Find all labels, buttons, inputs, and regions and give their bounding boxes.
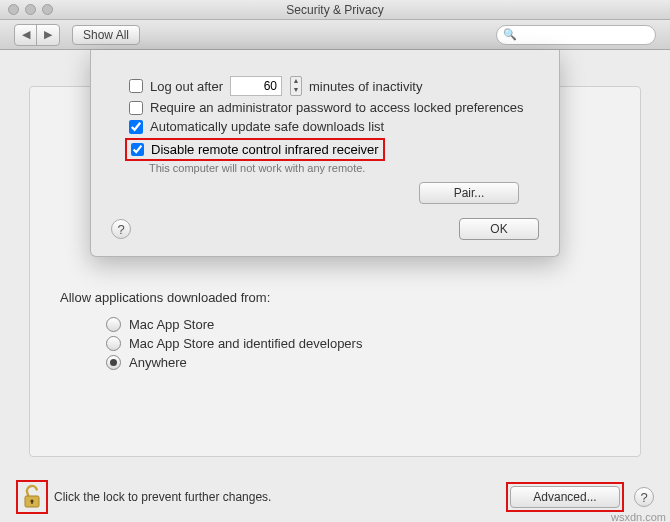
logout-label-prefix: Log out after (150, 79, 223, 94)
logout-checkbox[interactable] (129, 79, 143, 93)
close-window-button[interactable] (8, 4, 19, 15)
bottom-row: Click the lock to prevent further change… (0, 472, 670, 522)
help-button[interactable]: ? (634, 487, 654, 507)
nav-buttons: ◀ ▶ (14, 24, 60, 46)
titlebar: Security & Privacy (0, 0, 670, 20)
zoom-window-button[interactable] (42, 4, 53, 15)
allow-option-mas[interactable]: Mac App Store (106, 317, 362, 332)
require-admin-label: Require an administrator password to acc… (150, 100, 524, 115)
logout-label-suffix: minutes of inactivity (309, 79, 422, 94)
require-admin-row: Require an administrator password to acc… (129, 100, 539, 115)
back-button[interactable]: ◀ (15, 25, 37, 45)
search-icon: 🔍 (503, 28, 517, 41)
window-title: Security & Privacy (286, 3, 383, 17)
logout-row: Log out after ▲▼ minutes of inactivity (129, 76, 539, 96)
disable-ir-highlight: Disable remote control infrared receiver (125, 138, 385, 161)
radio-icon (106, 336, 121, 351)
ok-button[interactable]: OK (459, 218, 539, 240)
allow-apps-section: Allow applications downloaded from: Mac … (60, 290, 362, 374)
lock-text: Click the lock to prevent further change… (54, 490, 271, 504)
allow-option-label: Mac App Store and identified developers (129, 336, 362, 351)
auto-update-checkbox[interactable] (129, 120, 143, 134)
unlocked-lock-icon[interactable] (20, 484, 44, 510)
advanced-button[interactable]: Advanced... (510, 486, 620, 508)
lock-highlight (16, 480, 48, 514)
radio-icon (106, 355, 121, 370)
search-input[interactable]: 🔍 (496, 25, 656, 45)
advanced-highlight: Advanced... (506, 482, 624, 512)
allow-option-anywhere[interactable]: Anywhere (106, 355, 362, 370)
allow-option-label: Anywhere (129, 355, 187, 370)
require-admin-checkbox[interactable] (129, 101, 143, 115)
sheet-help-button[interactable]: ? (111, 219, 131, 239)
logout-minutes-input[interactable] (230, 76, 282, 96)
toolbar: ◀ ▶ Show All 🔍 (0, 20, 670, 50)
disable-ir-checkbox[interactable] (131, 143, 144, 156)
minimize-window-button[interactable] (25, 4, 36, 15)
auto-update-row: Automatically update safe downloads list (129, 119, 539, 134)
minutes-stepper[interactable]: ▲▼ (290, 76, 302, 96)
preferences-body: Log out after ▲▼ minutes of inactivity R… (0, 50, 670, 522)
allow-apps-title: Allow applications downloaded from: (60, 290, 362, 305)
show-all-button[interactable]: Show All (72, 25, 140, 45)
window-controls (8, 4, 53, 15)
forward-button[interactable]: ▶ (37, 25, 59, 45)
ir-note: This computer will not work with any rem… (149, 162, 539, 174)
watermark: wsxdn.com (611, 511, 666, 522)
auto-update-label: Automatically update safe downloads list (150, 119, 384, 134)
disable-ir-label: Disable remote control infrared receiver (151, 142, 379, 157)
allow-option-label: Mac App Store (129, 317, 214, 332)
allow-option-identified[interactable]: Mac App Store and identified developers (106, 336, 362, 351)
svg-rect-2 (31, 501, 32, 504)
advanced-sheet: Log out after ▲▼ minutes of inactivity R… (90, 50, 560, 257)
pair-button[interactable]: Pair... (419, 182, 519, 204)
radio-icon (106, 317, 121, 332)
